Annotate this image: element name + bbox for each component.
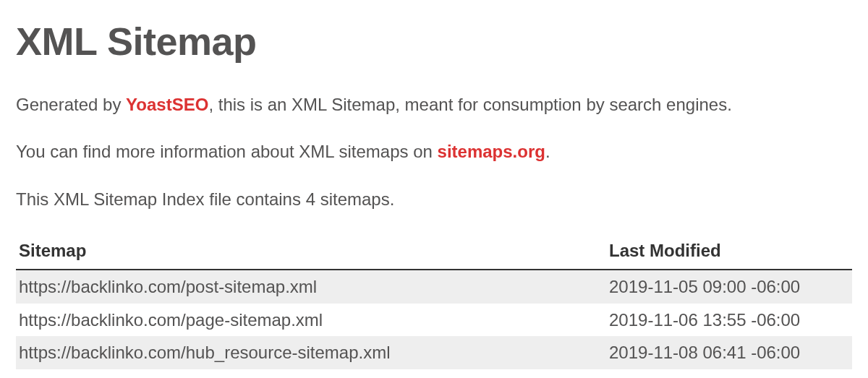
intro-text: , this is an XML Sitemap, meant for cons… xyxy=(208,95,731,114)
table-row: https://backlinko.com/page-sitemap.xml 2… xyxy=(16,304,852,337)
sitemap-link[interactable]: https://backlinko.com/hub_resource-sitem… xyxy=(19,343,391,362)
intro-line-1: Generated by YoastSEO, this is an XML Si… xyxy=(16,93,852,117)
intro-text: Generated by xyxy=(16,95,126,114)
last-modified-cell: 2019-11-06 13:55 -06:00 xyxy=(606,304,852,337)
table-row: https://backlinko.com/hub_resource-sitem… xyxy=(16,336,852,369)
table-row: https://backlinko.com/post-sitemap.xml 2… xyxy=(16,270,852,304)
sitemap-url-cell: https://backlinko.com/hub_resource-sitem… xyxy=(16,336,606,369)
last-modified-cell: 2019-11-05 09:00 -06:00 xyxy=(606,270,852,304)
column-header-modified: Last Modified xyxy=(606,234,852,270)
sitemap-url-cell: https://backlinko.com/post-sitemap.xml xyxy=(16,270,606,304)
sitemap-url-cell: https://backlinko.com/page-sitemap.xml xyxy=(16,304,606,337)
intro-block: Generated by YoastSEO, this is an XML Si… xyxy=(16,93,852,212)
sitemaps-org-link[interactable]: sitemaps.org xyxy=(438,142,545,161)
sitemap-table: Sitemap Last Modified https://backlinko.… xyxy=(16,234,852,378)
intro-line-3: This XML Sitemap Index file contains 4 s… xyxy=(16,187,852,212)
yoastseo-link[interactable]: YoastSEO xyxy=(126,95,208,114)
intro-line-2: You can find more information about XML … xyxy=(16,139,852,164)
last-modified-cell: 2019-11-08 06:41 -06:00 xyxy=(606,336,852,369)
table-header-row: Sitemap Last Modified xyxy=(16,234,852,270)
sitemap-link[interactable]: https://backlinko.com/post-sitemap.xml xyxy=(19,277,317,296)
sitemap-link[interactable]: https://backlinko.com/page-sitemap.xml xyxy=(19,310,323,330)
sitemap-url-cell: https://backlinko.com/hub_topic-sitemap.… xyxy=(16,369,606,378)
table-row: https://backlinko.com/hub_topic-sitemap.… xyxy=(16,369,852,378)
last-modified-cell: 2019-11-08 06:41 -06:00 xyxy=(606,369,852,378)
page-title: XML Sitemap xyxy=(16,14,852,69)
column-header-sitemap: Sitemap xyxy=(16,234,606,270)
intro-text: . xyxy=(545,142,550,161)
intro-text: You can find more information about XML … xyxy=(16,142,438,161)
